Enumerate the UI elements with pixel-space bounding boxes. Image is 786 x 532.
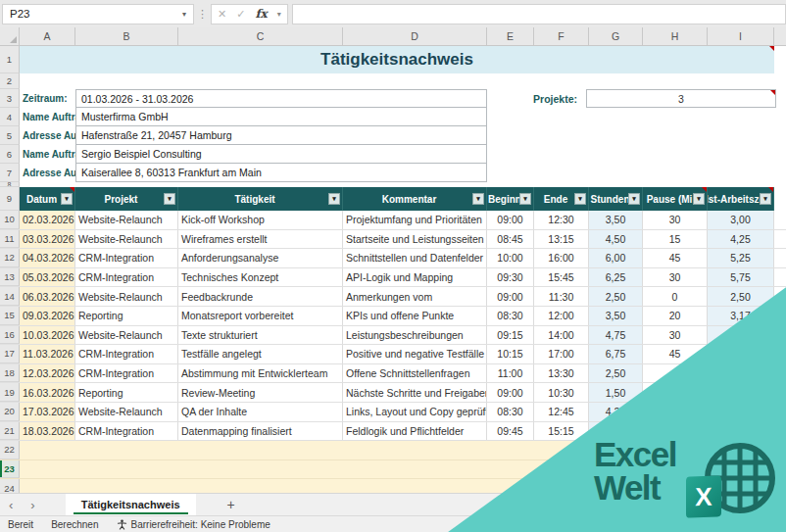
cell-datum[interactable]: 02.03.2026 — [20, 211, 75, 229]
row-header-21[interactable]: 21 — [0, 422, 20, 441]
cell-beginn[interactable]: 10:00 — [487, 249, 534, 267]
filter-dropdown-icon[interactable]: ▾ — [693, 193, 705, 205]
cell-beginn[interactable]: 09:00 — [487, 211, 534, 229]
column-header-h[interactable]: H — [643, 27, 708, 45]
table-header-beginn[interactable]: Beginn ▾ — [487, 187, 534, 211]
cell-ende[interactable]: 15:15 — [534, 422, 589, 441]
cell-pause[interactable]: 45 — [643, 345, 708, 363]
cell-ende[interactable]: 12:45 — [534, 403, 589, 421]
cell-taetigkeit[interactable]: Monatsreport vorbereitet — [178, 307, 343, 325]
cell-stunden[interactable]: 4,25 — [589, 403, 643, 421]
cell-ist[interactable]: 5,75 — [708, 268, 774, 287]
cell-beginn[interactable]: 08:30 — [487, 403, 534, 421]
column-header-g[interactable]: G — [589, 27, 643, 45]
cell-ende[interactable]: 11:30 — [534, 287, 589, 306]
cell-ende[interactable]: 10:30 — [534, 383, 589, 402]
cell-ist[interactable]: 5,25 — [708, 249, 774, 267]
filter-dropdown-icon[interactable]: ▾ — [472, 193, 484, 205]
cell-ist[interactable] — [708, 345, 774, 363]
cell-datum[interactable]: 11.03.2026 — [20, 345, 75, 363]
cell-ist[interactable]: 2,50 — [708, 287, 774, 306]
status-accessibility[interactable]: Barrierefreiheit: Keine Probleme — [117, 519, 270, 530]
cell-kommentar[interactable]: Feldlogik und Pflichtfelder — [343, 422, 487, 441]
row-header-9[interactable]: 9 — [0, 187, 20, 211]
row-header-13[interactable]: 13 — [0, 268, 20, 287]
cell-beginn[interactable]: 08:45 — [487, 230, 534, 249]
filter-dropdown-icon[interactable]: ▾ — [628, 193, 640, 205]
cell-kommentar[interactable]: Schnittstellen und Datenfelder — [343, 249, 487, 267]
cell-beginn[interactable]: 08:30 — [487, 307, 534, 325]
cell-beginn[interactable]: 11:00 — [487, 364, 534, 383]
row-header-11[interactable]: 11 — [0, 230, 20, 249]
cell-kommentar[interactable]: Anmerkungen vom — [343, 287, 487, 306]
cell-ende[interactable]: 12:00 — [534, 307, 589, 325]
cell-ende[interactable]: 14:00 — [534, 326, 589, 345]
cell-kommentar[interactable]: KPIs und offene Punkte — [343, 307, 487, 325]
cell-kommentar[interactable]: Startseite und Leistungsseiten — [343, 230, 487, 249]
row-header-20[interactable]: 20 — [0, 403, 20, 421]
row-header-3[interactable]: 3 — [0, 89, 20, 108]
row-header-15[interactable]: 15 — [0, 307, 20, 325]
cell-stunden[interactable]: 6,25 — [589, 268, 643, 287]
cell-beginn[interactable]: 09:00 — [487, 383, 534, 402]
cell-taetigkeit[interactable]: Kick-off Workshop — [178, 211, 343, 229]
column-header-f[interactable]: F — [534, 27, 589, 45]
cell-stunden[interactable]: 5,50 — [589, 422, 643, 441]
filter-dropdown-icon[interactable]: ▾ — [61, 193, 73, 205]
chevron-down-icon[interactable]: ▾ — [182, 10, 186, 19]
filter-dropdown-icon[interactable]: ▾ — [164, 193, 175, 205]
cell-ende[interactable]: 15:45 — [534, 268, 589, 287]
row-header-22[interactable]: 22 — [0, 441, 20, 459]
cell-stunden[interactable]: 4,75 — [589, 326, 643, 345]
cell-pause[interactable]: 30 — [643, 268, 708, 287]
cell-taetigkeit[interactable]: QA der Inhalte — [178, 403, 343, 421]
cell-ende[interactable]: 16:00 — [534, 249, 589, 267]
row-header-10[interactable]: 10 — [0, 211, 20, 229]
cell-pause[interactable]: 30 — [643, 326, 708, 345]
cell-projekt[interactable]: Website-Relaunch — [75, 211, 178, 229]
table-header-ende[interactable]: Ende ▾ — [534, 187, 589, 211]
cell-kommentar[interactable]: Links, Layout und Copy geprüft — [343, 403, 487, 421]
cell-datum[interactable]: 12.03.2026 — [20, 364, 75, 383]
cell-datum[interactable]: 05.03.2026 — [20, 268, 75, 287]
cell-stunden[interactable]: 6,00 — [589, 249, 643, 267]
table-header-pause[interactable]: Pause (Mi ▾ — [643, 187, 708, 211]
name-box[interactable]: P23 ▾ — [2, 4, 194, 24]
status-calculate[interactable]: Berechnen — [51, 519, 98, 530]
column-header-c[interactable]: C — [178, 27, 343, 45]
row-header-7[interactable]: 7 — [0, 164, 20, 182]
row-header-24[interactable]: 24 — [0, 479, 20, 493]
cell-datum[interactable]: 18.03.2026 — [20, 422, 75, 441]
cell-stunden[interactable]: 2,50 — [589, 287, 643, 306]
row-header-12[interactable]: 12 — [0, 249, 20, 267]
cell-pause[interactable]: 0 — [643, 364, 708, 383]
cell-stunden[interactable]: 1,50 — [589, 383, 643, 402]
table-header-stunden[interactable]: Stunden ▾ — [589, 187, 643, 211]
cell-projekt[interactable]: CRM-Integration — [75, 268, 178, 287]
cell-taetigkeit[interactable]: Technisches Konzept — [178, 268, 343, 287]
cell-beginn[interactable]: 09:30 — [487, 268, 534, 287]
cell-kommentar[interactable]: Positive und negative Testfälle — [343, 345, 487, 363]
cell-ende[interactable]: 13:30 — [534, 364, 589, 383]
cell-datum[interactable]: 17.03.2026 — [20, 403, 75, 421]
cell-taetigkeit[interactable]: Datenmapping finalisiert — [178, 422, 343, 441]
table-header-ist-arbeitszeit[interactable]: Ist-Arbeitsze ▾ — [708, 187, 774, 211]
cell-taetigkeit[interactable]: Anforderungsanalyse — [178, 249, 343, 267]
cell-datum[interactable]: 04.03.2026 — [20, 249, 75, 267]
cell-projekt[interactable]: Reporting — [75, 383, 178, 402]
cell-projekt[interactable]: Website-Relaunch — [75, 403, 178, 421]
cell-beginn[interactable]: 09:00 — [487, 287, 534, 306]
cell-datum[interactable]: 10.03.2026 — [20, 326, 75, 345]
row-header-17[interactable]: 17 — [0, 345, 20, 363]
cancel-icon[interactable]: ✕ — [218, 8, 226, 21]
filter-dropdown-icon[interactable]: ▾ — [519, 193, 531, 205]
table-header-taetigkeit[interactable]: Tätigkeit ▾ — [178, 187, 343, 211]
cell-taetigkeit[interactable]: Feedbackrunde — [178, 287, 343, 306]
cell-taetigkeit[interactable]: Review-Meeting — [178, 383, 343, 402]
cell-pause[interactable]: 0 — [643, 383, 708, 402]
cell-projekt[interactable]: CRM-Integration — [75, 249, 178, 267]
filter-dropdown-icon[interactable]: ▾ — [760, 193, 771, 205]
cell-beginn[interactable]: 09:45 — [487, 422, 534, 441]
field-value-name-auftragnehmer[interactable]: Sergio Beispiel Consulting — [75, 145, 487, 164]
cell-kommentar[interactable]: Nächste Schritte und Freigaben — [343, 383, 487, 402]
